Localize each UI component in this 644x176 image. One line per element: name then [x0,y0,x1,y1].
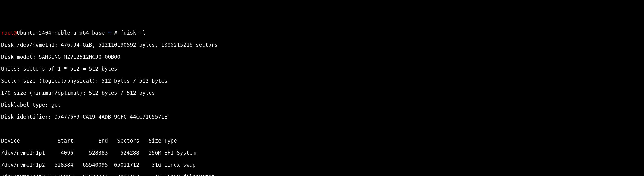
disk1-io-size: I/O size (minimum/optimal): 512 bytes / … [1,90,643,96]
prompt-at: @ [14,30,17,36]
prompt-path: ~ [108,30,111,36]
disk1-model: Disk model: SAMSUNG MZVL2512HCJQ-00B00 [1,54,643,60]
prompt-hash: # [114,30,117,36]
partition-table-header: Device Start End Sectors Size Type [1,138,643,144]
disk1-disklabel: Disklabel type: gpt [1,102,643,108]
blank-line [1,126,643,132]
prompt-line: root@Ubuntu-2404-noble-amd64-base ~ # fd… [1,30,643,36]
disk1-header: Disk /dev/nvme1n1: 476.94 GiB, 512110190… [1,42,643,48]
disk1-units: Units: sectors of 1 * 512 = 512 bytes [1,66,643,72]
partition-row: /dev/nvme1n1p2 528384 65540095 65011712 … [1,162,643,168]
partition-row: /dev/nvme1n1p1 4096 528383 524288 256M E… [1,150,643,156]
terminal-output[interactable]: root@Ubuntu-2404-noble-amd64-base ~ # fd… [0,24,644,176]
disk1-identifier: Disk identifier: D74776F9-CA19-4ADB-9CFC… [1,114,643,120]
partition-row: /dev/nvme1n1p3 65540096 67637247 2097152… [1,174,643,176]
disk1-sector-size: Sector size (logical/physical): 512 byte… [1,78,643,84]
prompt-host: Ubuntu-2404-noble-amd64-base [17,30,105,36]
command-text: fdisk -l [120,30,146,36]
prompt-user: root [1,30,14,36]
